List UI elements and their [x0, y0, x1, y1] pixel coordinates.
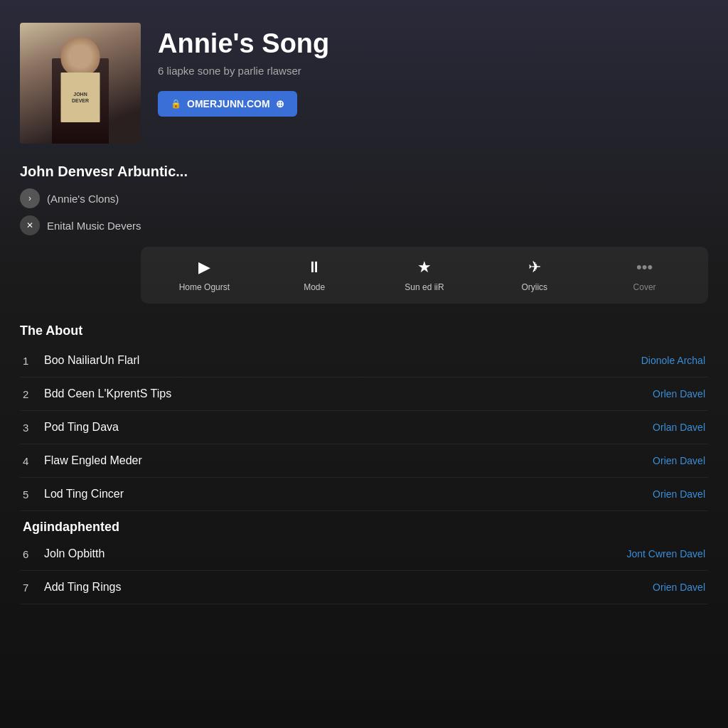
more-icon: ••• [636, 258, 653, 277]
section-header-1: Agiindaphented [20, 511, 708, 537]
song-subtitle: 6 liapke sone by parlie rlawser [158, 65, 708, 77]
artist-name: John Denvesr Arbuntic... [20, 164, 708, 180]
filter-label-1: (Annie's Clons) [47, 193, 119, 205]
play-icon: ▶ [198, 258, 210, 277]
website-button-label: OMERJUNN.COM [187, 98, 270, 109]
toolbar-item-3[interactable]: ✈ Oryiics [506, 258, 563, 292]
track-number: 6 [23, 548, 44, 560]
track-row[interactable]: 2 Bdd Ceen L'KprentS Tips Orlen Davel [20, 378, 708, 411]
album-art: JOHN DEVER [20, 23, 141, 144]
header-section: JOHN DEVER Annie's Song 6 liapke sone by… [20, 23, 708, 144]
expand-button[interactable]: › [20, 188, 40, 208]
track-title: Flaw Engled Meder [44, 454, 653, 467]
track-title: Boo NailiarUn Flarl [44, 354, 641, 367]
track-title: Add Ting Rings [44, 581, 653, 594]
lock-icon: 🔒 [171, 99, 181, 109]
track-artist[interactable]: Orien Davel [653, 488, 705, 500]
star-icon: ★ [417, 258, 432, 277]
toolbar: ▶ Home Ogurst ⏸ Mode ★ Sun ed iiR ✈ Oryi… [141, 247, 708, 304]
filter-row-1: › (Annie's Clons) [20, 188, 708, 208]
toolbar-label-4: Cover [633, 282, 656, 292]
track-number: 7 [23, 582, 44, 594]
track-row[interactable]: 4 Flaw Engled Meder Orien Davel [20, 444, 708, 478]
external-link-icon: ⊕ [276, 98, 284, 109]
track-artist[interactable]: Dionole Archal [641, 355, 705, 366]
toolbar-label-0: Home Ogurst [179, 282, 230, 292]
pause-icon: ⏸ [306, 258, 322, 277]
song-title: Annie's Song [158, 28, 708, 59]
toolbar-label-3: Oryiics [521, 282, 547, 292]
track-title: Lod Ting Cincer [44, 488, 653, 500]
section-header-0: The About [20, 321, 708, 341]
track-row[interactable]: 1 Boo NailiarUn Flarl Dionole Archal [20, 344, 708, 378]
toolbar-label-2: Sun ed iiR [405, 282, 444, 292]
header-info: Annie's Song 6 liapke sone by parlie rla… [158, 23, 708, 117]
track-title: Bdd Ceen L'KprentS Tips [44, 387, 653, 400]
remove-button[interactable]: ✕ [20, 215, 40, 235]
track-row[interactable]: 6 Joln Opbitth Jont Cwren Davel [20, 537, 708, 571]
website-button[interactable]: 🔒 OMERJUNN.COM ⊕ [158, 91, 297, 117]
track-number: 5 [23, 488, 44, 500]
track-list: The About 1 Boo NailiarUn Flarl Dionole … [20, 321, 708, 604]
toolbar-item-0[interactable]: ▶ Home Ogurst [176, 258, 232, 292]
track-artist[interactable]: Orien Davel [653, 582, 705, 593]
filter-row-2: ✕ Enital Music Devers [20, 215, 708, 235]
toolbar-item-1[interactable]: ⏸ Mode [286, 258, 343, 292]
toolbar-item-4[interactable]: ••• Cover [616, 258, 673, 292]
artist-section: John Denvesr Arbuntic... › (Annie's Clon… [20, 164, 708, 235]
track-number: 4 [23, 455, 44, 467]
track-artist[interactable]: Orlan Davel [653, 422, 705, 433]
toolbar-label-1: Mode [304, 282, 325, 292]
track-artist[interactable]: Orien Davel [653, 455, 705, 466]
toolbar-item-2[interactable]: ★ Sun ed iiR [396, 258, 453, 292]
track-number: 1 [23, 355, 44, 367]
track-number: 3 [23, 422, 44, 434]
track-row[interactable]: 5 Lod Ting Cincer Orien Davel [20, 478, 708, 511]
send-icon: ✈ [528, 258, 541, 277]
track-row[interactable]: 3 Pod Ting Dava Orlan Davel [20, 411, 708, 444]
filter-label-2: Enital Music Devers [47, 220, 141, 232]
track-artist[interactable]: Jont Cwren Davel [627, 548, 706, 560]
track-artist[interactable]: Orlen Davel [653, 388, 705, 400]
album-book-overlay: JOHN DEVER [61, 73, 100, 122]
track-number: 2 [23, 388, 44, 400]
track-row[interactable]: 7 Add Ting Rings Orien Davel [20, 571, 708, 604]
track-title: Pod Ting Dava [44, 421, 653, 434]
track-title: Joln Opbitth [44, 547, 627, 560]
